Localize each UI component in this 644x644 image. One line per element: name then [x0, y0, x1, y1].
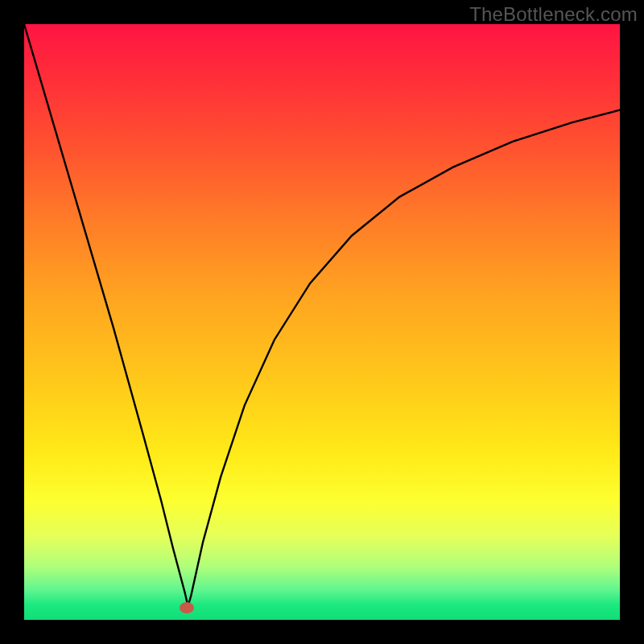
plot-area	[24, 24, 620, 620]
chart-container: TheBottleneck.com	[0, 0, 644, 644]
watermark-text: TheBottleneck.com	[469, 3, 638, 26]
